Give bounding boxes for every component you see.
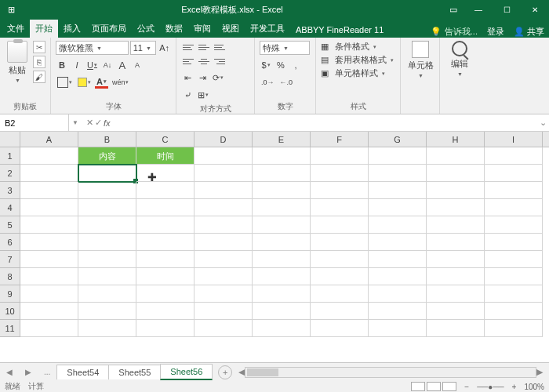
align-right-button[interactable] xyxy=(213,55,227,67)
cell[interactable] xyxy=(427,199,485,216)
row-header[interactable]: 8 xyxy=(0,268,20,285)
cell[interactable] xyxy=(485,165,543,182)
cell[interactable] xyxy=(485,199,543,216)
italic-button[interactable]: I xyxy=(71,58,83,72)
percent-button[interactable]: % xyxy=(274,58,287,72)
cell[interactable] xyxy=(136,268,195,285)
fill-color-button[interactable]: ▾ xyxy=(76,75,93,89)
align-left-button[interactable] xyxy=(181,55,195,67)
cell[interactable] xyxy=(195,182,253,199)
row-header[interactable]: 1 xyxy=(0,147,20,165)
row-header[interactable]: 6 xyxy=(0,234,20,251)
cell[interactable] xyxy=(20,182,78,199)
cell[interactable] xyxy=(485,147,543,165)
cell[interactable] xyxy=(136,303,195,320)
row-header[interactable]: 5 xyxy=(0,216,20,234)
cell[interactable] xyxy=(20,216,78,234)
border-button[interactable]: ▾ xyxy=(56,75,74,89)
cell[interactable] xyxy=(253,234,311,251)
decrease-decimal-button[interactable]: ←.0 xyxy=(278,75,295,89)
row-header[interactable]: 7 xyxy=(0,251,20,268)
tab-home[interactable]: 开始 xyxy=(30,20,58,38)
cell[interactable] xyxy=(78,285,136,303)
tab-addin[interactable]: ABBYY FineReader 11 xyxy=(290,22,389,38)
cell[interactable] xyxy=(253,268,311,285)
cell[interactable] xyxy=(427,303,485,320)
cell[interactable] xyxy=(195,165,253,182)
col-header[interactable]: H xyxy=(427,132,485,147)
increase-decimal-button[interactable]: .0→ xyxy=(260,75,276,89)
cell[interactable] xyxy=(20,320,78,337)
enter-formula-icon[interactable]: ✓ xyxy=(95,118,102,128)
row-header[interactable]: 9 xyxy=(0,285,20,303)
cell[interactable] xyxy=(78,303,136,320)
cell[interactable] xyxy=(136,251,195,268)
cell[interactable] xyxy=(311,234,369,251)
cell[interactable] xyxy=(78,199,136,216)
cell[interactable] xyxy=(485,320,543,337)
cell[interactable] xyxy=(485,216,543,234)
cell[interactable] xyxy=(253,165,311,182)
copy-button[interactable]: ⎘ xyxy=(33,56,45,68)
align-center-button[interactable] xyxy=(197,55,211,67)
row-header[interactable]: 11 xyxy=(0,320,20,337)
name-box-dropdown[interactable]: ▼ xyxy=(69,119,82,126)
cell[interactable] xyxy=(20,285,78,303)
decrease-font-icon[interactable]: A↓ xyxy=(101,58,114,72)
cell[interactable] xyxy=(136,285,195,303)
align-bottom-button[interactable] xyxy=(213,41,227,53)
font-small-icon[interactable]: A xyxy=(131,58,144,72)
font-large-icon[interactable]: A xyxy=(116,58,129,72)
cell[interactable] xyxy=(427,182,485,199)
row-header[interactable]: 2 xyxy=(0,165,20,182)
row-header[interactable]: 10 xyxy=(0,303,20,320)
tab-view[interactable]: 视图 xyxy=(216,20,245,38)
cell[interactable] xyxy=(311,268,369,285)
cell[interactable] xyxy=(195,320,253,337)
cell[interactable] xyxy=(253,147,311,165)
cell[interactable] xyxy=(195,251,253,268)
cell[interactable] xyxy=(78,320,136,337)
sheet-nav-prev[interactable]: ◀ xyxy=(0,368,19,376)
cell[interactable] xyxy=(78,182,136,199)
cell[interactable] xyxy=(195,285,253,303)
cell[interactable] xyxy=(253,216,311,234)
align-middle-button[interactable] xyxy=(197,41,211,53)
cell[interactable] xyxy=(136,320,195,337)
underline-button[interactable]: U▾ xyxy=(85,58,99,72)
tab-layout[interactable]: 页面布局 xyxy=(86,20,132,38)
tab-file[interactable]: 文件 xyxy=(2,20,30,38)
tab-insert[interactable]: 插入 xyxy=(58,20,86,38)
tab-developer[interactable]: 开发工具 xyxy=(245,20,290,38)
cell[interactable] xyxy=(78,234,136,251)
cell[interactable] xyxy=(136,199,195,216)
col-header[interactable]: B xyxy=(78,132,136,147)
cell[interactable] xyxy=(427,285,485,303)
cell[interactable] xyxy=(311,303,369,320)
cell[interactable]: 内容 xyxy=(78,147,136,165)
col-header[interactable]: D xyxy=(195,132,253,147)
col-header[interactable]: G xyxy=(369,132,427,147)
cancel-formula-icon[interactable]: ✕ xyxy=(86,118,93,128)
cell[interactable] xyxy=(369,199,427,216)
cell-style-button[interactable]: ▣单元格样式▾ xyxy=(321,67,395,79)
cell[interactable] xyxy=(311,199,369,216)
cell[interactable] xyxy=(369,285,427,303)
cell[interactable] xyxy=(195,234,253,251)
paste-button[interactable]: 粘贴 ▼ xyxy=(5,41,30,83)
cell[interactable] xyxy=(485,285,543,303)
login-link[interactable]: 登录 xyxy=(487,26,504,38)
wrap-text-button[interactable]: ⤶ xyxy=(181,88,194,102)
cell[interactable] xyxy=(369,251,427,268)
cell[interactable] xyxy=(485,234,543,251)
cell[interactable] xyxy=(311,320,369,337)
cell[interactable] xyxy=(253,251,311,268)
minimize-button[interactable]: — xyxy=(464,0,493,19)
increase-indent-button[interactable]: ⇥ xyxy=(196,71,209,85)
cell[interactable] xyxy=(20,234,78,251)
font-size-select[interactable]: 11▼ xyxy=(130,41,157,55)
sheet-tab[interactable]: Sheet55 xyxy=(108,365,161,379)
tab-review[interactable]: 审阅 xyxy=(188,20,216,38)
zoom-slider[interactable]: ──●── xyxy=(477,383,504,391)
cell[interactable] xyxy=(253,303,311,320)
